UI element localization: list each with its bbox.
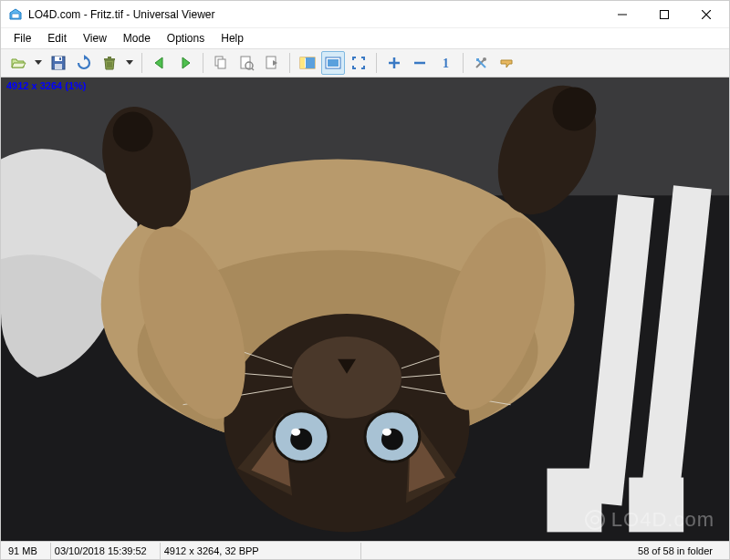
svg-rect-26 bbox=[306, 57, 315, 68]
status-datetime: 03/10/2018 15:39:52 bbox=[51, 543, 161, 559]
menu-view[interactable]: View bbox=[76, 30, 114, 47]
fullscreen-button[interactable] bbox=[347, 51, 370, 75]
svg-marker-16 bbox=[155, 57, 162, 68]
fit-window-button[interactable] bbox=[321, 51, 345, 75]
maximize-button[interactable] bbox=[643, 1, 685, 28]
print-button[interactable] bbox=[260, 51, 284, 75]
close-button[interactable] bbox=[685, 1, 727, 28]
svg-point-35 bbox=[483, 57, 486, 61]
svg-point-55 bbox=[292, 337, 402, 419]
titlebar: LO4D.com - Fritz.tif - Universal Viewer bbox=[1, 1, 729, 28]
svg-marker-4 bbox=[35, 60, 42, 65]
menu-help[interactable]: Help bbox=[214, 30, 251, 47]
menubar: File Edit View Mode Options Help bbox=[1, 28, 729, 48]
status-dimensions: 4912 x 3264, 32 BPP bbox=[161, 543, 361, 559]
svg-rect-8 bbox=[59, 57, 61, 60]
app-icon bbox=[8, 7, 23, 22]
svg-marker-15 bbox=[126, 60, 133, 65]
svg-rect-29 bbox=[328, 59, 339, 67]
svg-rect-1 bbox=[661, 10, 669, 18]
status-position: 58 of 58 in folder bbox=[361, 543, 725, 559]
separator bbox=[141, 53, 142, 73]
menu-edit[interactable]: Edit bbox=[40, 30, 74, 47]
copy-button[interactable] bbox=[209, 51, 233, 75]
svg-point-62 bbox=[382, 429, 391, 436]
print-preview-button[interactable] bbox=[235, 51, 258, 75]
svg-rect-27 bbox=[300, 57, 305, 68]
svg-rect-37 bbox=[476, 58, 479, 61]
content-image bbox=[1, 78, 729, 541]
separator bbox=[376, 53, 377, 73]
separator bbox=[203, 53, 203, 73]
svg-rect-43 bbox=[629, 478, 683, 533]
menu-file[interactable]: File bbox=[6, 30, 38, 47]
svg-rect-19 bbox=[218, 59, 225, 68]
svg-point-48 bbox=[113, 112, 153, 152]
open-file-button[interactable] bbox=[6, 51, 30, 75]
image-viewport[interactable] bbox=[1, 78, 729, 541]
toolbar: 1 bbox=[1, 48, 729, 78]
svg-marker-17 bbox=[182, 57, 190, 68]
next-button[interactable] bbox=[173, 51, 197, 75]
zoom-in-button[interactable] bbox=[382, 51, 406, 75]
minimize-button[interactable] bbox=[601, 1, 643, 28]
svg-rect-7 bbox=[55, 64, 62, 69]
svg-point-49 bbox=[552, 88, 596, 131]
delete-dropdown[interactable] bbox=[123, 51, 136, 75]
plugins-button[interactable] bbox=[495, 51, 518, 75]
svg-text:1: 1 bbox=[443, 57, 449, 70]
tools-button[interactable] bbox=[469, 51, 493, 75]
separator bbox=[463, 53, 464, 73]
open-dropdown[interactable] bbox=[32, 51, 45, 75]
status-filesize: 91 MB bbox=[5, 543, 51, 559]
reload-button[interactable] bbox=[72, 51, 96, 75]
statusbar: 91 MB 03/10/2018 15:39:52 4912 x 3264, 3… bbox=[1, 541, 729, 559]
svg-point-61 bbox=[291, 429, 300, 436]
previous-button[interactable] bbox=[148, 51, 172, 75]
svg-rect-42 bbox=[548, 469, 602, 533]
zoom-out-button[interactable] bbox=[408, 51, 432, 75]
window-controls bbox=[601, 1, 727, 28]
svg-line-22 bbox=[252, 68, 254, 70]
menu-options[interactable]: Options bbox=[160, 30, 212, 47]
svg-rect-11 bbox=[108, 57, 111, 58]
delete-button[interactable] bbox=[98, 51, 121, 75]
menu-mode[interactable]: Mode bbox=[116, 30, 158, 47]
window-title: LO4D.com - Fritz.tif - Universal Viewer bbox=[28, 8, 601, 21]
zoom-actual-button[interactable]: 1 bbox=[433, 51, 457, 75]
save-button[interactable] bbox=[47, 51, 70, 75]
fit-width-button[interactable] bbox=[296, 51, 319, 75]
separator bbox=[289, 53, 290, 73]
image-dimensions-overlay: 4912 x 3264 (1%) bbox=[6, 80, 86, 91]
svg-rect-10 bbox=[104, 58, 115, 60]
